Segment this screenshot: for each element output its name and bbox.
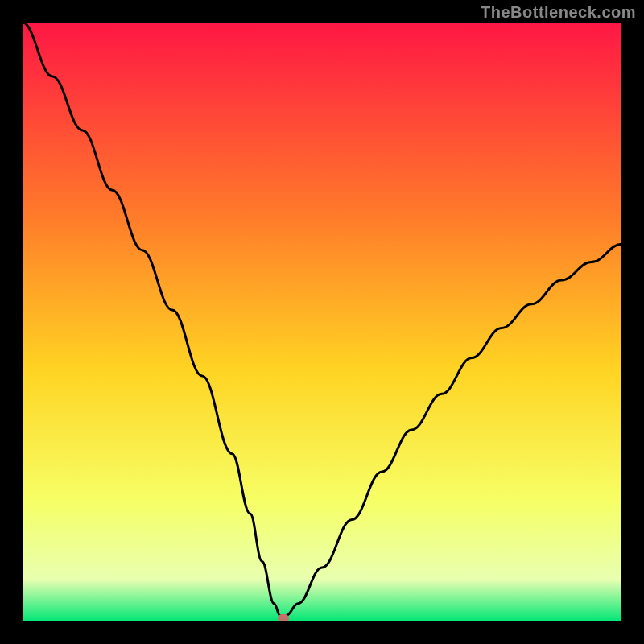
optimal-point-marker — [278, 614, 289, 621]
plot-svg — [23, 23, 621, 621]
gradient-background — [23, 23, 621, 621]
chart-frame: TheBottleneck.com — [0, 0, 644, 644]
watermark-text: TheBottleneck.com — [481, 3, 636, 22]
plot-area — [23, 23, 621, 621]
